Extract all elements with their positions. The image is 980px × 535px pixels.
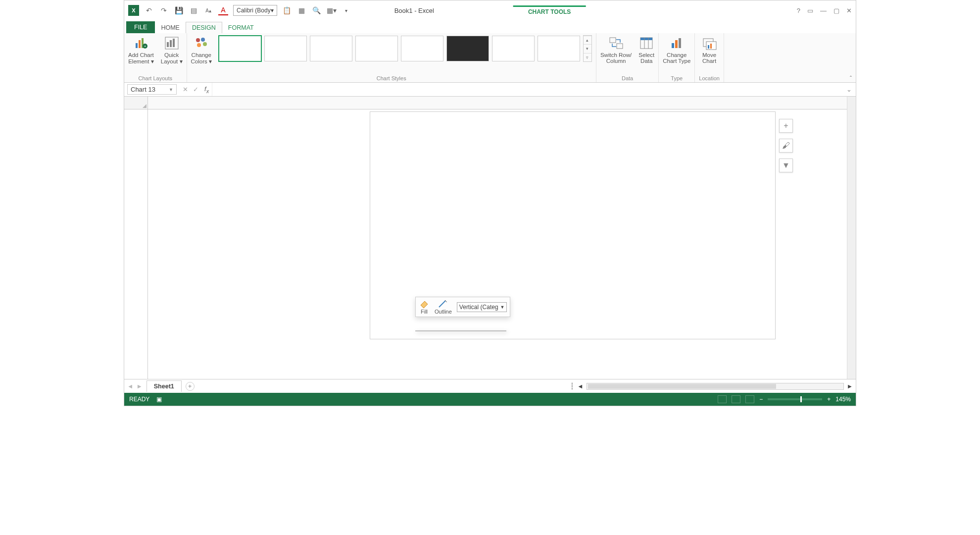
redo-icon[interactable]: ↷: [159, 5, 169, 15]
change-colors-button[interactable]: Change Colors ▾: [191, 35, 212, 65]
save-icon[interactable]: 💾: [174, 5, 184, 15]
svg-rect-19: [672, 43, 674, 48]
svg-rect-8: [173, 39, 175, 47]
excel-logo-icon: X: [128, 5, 139, 16]
page-layout-view-icon[interactable]: [732, 395, 740, 403]
status-bar: READY ▣ − + 145%: [124, 393, 856, 406]
chart-element-combo[interactable]: Vertical (Categ▼: [457, 302, 507, 312]
macro-record-icon[interactable]: ▣: [156, 396, 162, 403]
chart-styles-button[interactable]: 🖌: [779, 139, 793, 153]
window-title: Book1 - Excel: [394, 7, 434, 14]
maximize-icon[interactable]: ▢: [833, 7, 839, 14]
switch-row-column-button[interactable]: Switch Row/ Column: [600, 35, 632, 64]
svg-rect-14: [617, 44, 623, 49]
hscroll-right-icon[interactable]: ►: [847, 383, 853, 390]
ribbon: + Add Chart Element ▾ Quick Layout ▾ Cha…: [124, 33, 856, 83]
chart-styles-gallery[interactable]: ▴▾▿: [219, 35, 592, 62]
qat-customize-icon[interactable]: ▾: [342, 5, 351, 15]
ribbon-display-icon[interactable]: ▭: [807, 7, 813, 14]
add-chart-element-button[interactable]: + Add Chart Element ▾: [128, 35, 154, 65]
zoom-level[interactable]: 145%: [835, 396, 851, 403]
fx-icon[interactable]: fx: [201, 85, 212, 94]
context-menu: [415, 330, 506, 331]
svg-rect-20: [675, 40, 678, 48]
font-color-icon[interactable]: A: [218, 5, 228, 15]
mini-toolbar: Fill Outline Vertical (Categ▼: [415, 297, 510, 317]
chart-filters-button[interactable]: ▼: [779, 159, 793, 172]
group-chart-styles-label: Chart Styles: [377, 75, 406, 81]
fill-button[interactable]: Fill: [419, 299, 430, 315]
svg-point-12: [197, 43, 201, 47]
svg-rect-7: [170, 40, 172, 47]
font-name-combo[interactable]: Calibri (Body ▾: [233, 5, 277, 16]
help-icon[interactable]: ?: [797, 7, 800, 14]
sheet-tab-bar: ◄► Sheet1 + ┇ ◄ ►: [124, 379, 856, 393]
expand-formula-bar-icon[interactable]: ⌄: [842, 86, 856, 93]
zoom-slider[interactable]: [768, 398, 822, 400]
sheet-nav-prev-icon[interactable]: ◄: [127, 383, 133, 390]
undo-icon[interactable]: ↶: [144, 5, 154, 15]
svg-rect-25: [710, 44, 712, 49]
svg-rect-1: [139, 40, 141, 48]
formula-input[interactable]: [212, 83, 842, 96]
zoom-in-icon[interactable]: +: [827, 396, 831, 403]
macros-icon[interactable]: ▦▾: [327, 5, 337, 15]
paste-icon[interactable]: 📋: [282, 5, 292, 15]
group-chart-layouts-label: Chart Layouts: [139, 75, 172, 81]
chart-tools-label: CHART TOOLS: [513, 5, 586, 15]
svg-rect-6: [167, 42, 169, 47]
zoom-icon[interactable]: 🔍: [312, 5, 322, 15]
group-location-label: Location: [699, 75, 720, 81]
group-data-label: Data: [622, 75, 633, 81]
svg-rect-21: [679, 38, 681, 48]
select-data-button[interactable]: Select Data: [638, 35, 654, 64]
svg-rect-24: [708, 45, 709, 49]
name-box[interactable]: Chart 13▼: [127, 84, 177, 95]
font-increase-icon[interactable]: A▴: [203, 5, 213, 15]
svg-point-9: [196, 38, 200, 42]
tab-file[interactable]: FILE: [126, 21, 155, 33]
normal-view-icon[interactable]: [718, 395, 727, 403]
sheet-nav-next-icon[interactable]: ►: [136, 383, 142, 390]
quick-layout-button[interactable]: Quick Layout ▾: [161, 35, 183, 65]
svg-rect-13: [610, 38, 616, 43]
svg-point-11: [203, 42, 207, 46]
formula-bar: Chart 13▼ ✕ ✓ fx ⌄: [124, 83, 856, 97]
cancel-formula-icon[interactable]: ✕: [183, 86, 188, 93]
hscroll-left-icon[interactable]: ◄: [577, 383, 583, 390]
print-preview-icon[interactable]: ▤: [189, 5, 198, 15]
tab-format[interactable]: FORMAT: [222, 22, 260, 33]
enter-formula-icon[interactable]: ✓: [193, 86, 198, 93]
gallery-scroll[interactable]: ▴▾▿: [583, 35, 592, 62]
collapse-ribbon-icon[interactable]: ˆ: [846, 33, 856, 82]
hscroll-split-icon[interactable]: ┇: [570, 382, 574, 390]
svg-text:+: +: [144, 44, 147, 49]
minimize-icon[interactable]: —: [820, 7, 827, 14]
group-type-label: Type: [671, 75, 683, 81]
sheet-tab-sheet1[interactable]: Sheet1: [147, 380, 182, 392]
zoom-out-icon[interactable]: −: [759, 396, 763, 403]
close-icon[interactable]: ✕: [846, 7, 852, 14]
svg-rect-16: [640, 38, 652, 40]
select-all-corner[interactable]: [124, 97, 147, 109]
ribbon-tabs: FILE HOME DESIGN FORMAT: [124, 20, 856, 33]
vertical-scrollbar[interactable]: [847, 97, 856, 379]
tab-design[interactable]: DESIGN: [186, 22, 222, 33]
borders-icon[interactable]: ▦: [297, 5, 307, 15]
move-chart-button[interactable]: Move Chart: [701, 35, 717, 64]
chart-elements-button[interactable]: +: [779, 119, 793, 133]
status-ready: READY: [129, 396, 149, 403]
add-sheet-button[interactable]: +: [186, 382, 195, 391]
outline-button[interactable]: Outline: [435, 299, 452, 315]
worksheet-grid[interactable]: + 🖌 ▼ Fill Outline Vertical (Categ▼: [124, 97, 856, 379]
title-bar: X ↶ ↷ 💾 ▤ A▴ A Calibri (Body ▾ 📋 ▦ 🔍 ▦▾ …: [124, 0, 856, 20]
svg-point-10: [201, 38, 205, 42]
page-break-view-icon[interactable]: [745, 395, 754, 403]
change-chart-type-button[interactable]: Change Chart Type: [663, 35, 690, 64]
tab-home[interactable]: HOME: [155, 22, 186, 33]
svg-rect-0: [136, 43, 138, 48]
horizontal-scrollbar[interactable]: [587, 383, 844, 390]
